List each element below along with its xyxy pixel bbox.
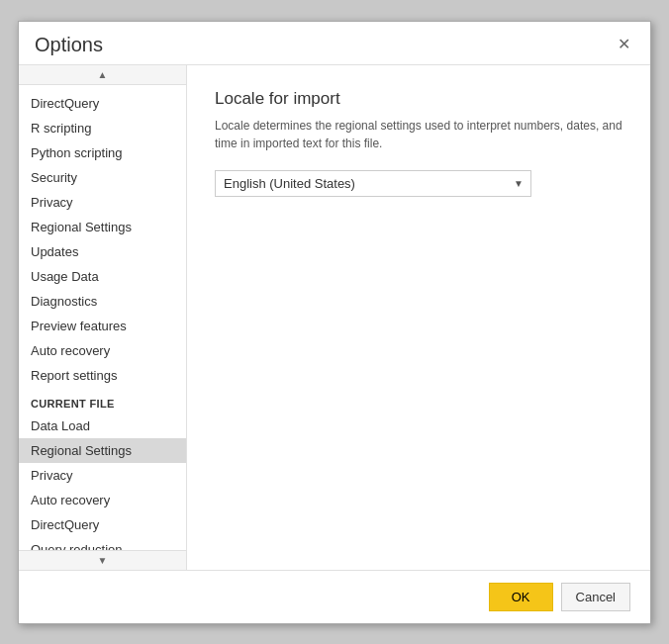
sidebar-item-data-load[interactable]: Data Load	[19, 414, 186, 438]
cancel-button[interactable]: Cancel	[561, 583, 630, 611]
sidebar-item-preview-features[interactable]: Preview features	[19, 314, 186, 338]
ok-button[interactable]: OK	[489, 583, 553, 611]
sidebar-item-report-settings[interactable]: Report settings	[19, 363, 186, 388]
current-file-header: CURRENT FILE	[19, 388, 186, 414]
content-description: Locale determines the regional settings …	[215, 117, 622, 152]
close-button[interactable]: ✕	[614, 35, 634, 54]
locale-select-wrapper: English (United States)English (United K…	[215, 170, 531, 197]
sidebar-item-regional-settings[interactable]: Regional Settings	[19, 215, 186, 239]
dialog-body: ▲ DirectQueryR scriptingPython scripting…	[19, 64, 650, 570]
dialog-titlebar: Options ✕	[19, 22, 650, 64]
sidebar-item-directquery-file[interactable]: DirectQuery	[19, 512, 186, 537]
main-content: Locale for import Locale determines the …	[187, 65, 650, 570]
sidebar-scroll-down-button[interactable]: ▼	[19, 550, 186, 570]
sidebar-item-usage-data[interactable]: Usage Data	[19, 264, 186, 289]
content-title: Locale for import	[215, 89, 622, 109]
sidebar-item-security[interactable]: Security	[19, 165, 186, 190]
locale-select[interactable]: English (United States)English (United K…	[215, 170, 531, 197]
sidebar-item-r-scripting[interactable]: R scripting	[19, 116, 186, 140]
sidebar-scroll-up-button[interactable]: ▲	[19, 65, 186, 85]
sidebar: ▲ DirectQueryR scriptingPython scripting…	[19, 65, 187, 570]
dialog-title: Options	[35, 34, 103, 56]
sidebar-item-updates[interactable]: Updates	[19, 239, 186, 264]
sidebar-item-auto-recovery-file[interactable]: Auto recovery	[19, 488, 186, 512]
sidebar-item-python-scripting[interactable]: Python scripting	[19, 140, 186, 165]
sidebar-item-diagnostics[interactable]: Diagnostics	[19, 289, 186, 314]
sidebar-item-auto-recovery[interactable]: Auto recovery	[19, 338, 186, 363]
sidebar-item-regional-settings-file[interactable]: Regional Settings	[19, 438, 186, 463]
sidebar-item-directquery[interactable]: DirectQuery	[19, 91, 186, 116]
sidebar-item-query-reduction[interactable]: Query reduction	[19, 537, 186, 550]
options-dialog: Options ✕ ▲ DirectQueryR scriptingPython…	[18, 21, 651, 624]
dialog-footer: OK Cancel	[19, 570, 650, 623]
sidebar-scroll-area: DirectQueryR scriptingPython scriptingSe…	[19, 85, 186, 550]
sidebar-item-privacy[interactable]: Privacy	[19, 190, 186, 215]
sidebar-item-privacy-file[interactable]: Privacy	[19, 463, 186, 488]
